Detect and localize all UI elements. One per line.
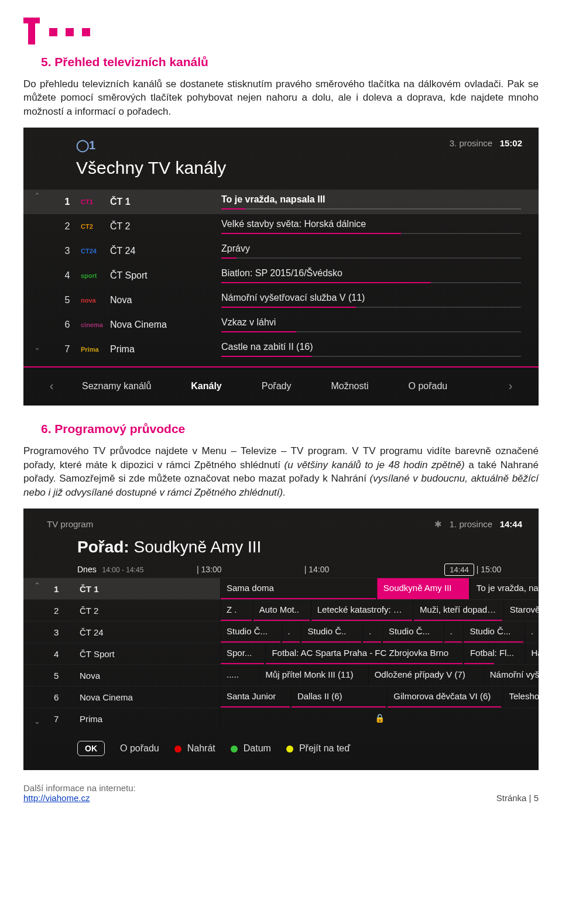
channel-row[interactable]: 4sportČT SportBiatlon: SP 2015/16/Švédsk… [23, 263, 539, 288]
tab-seznamy-kanalu[interactable]: Seznamy kanálů [62, 381, 171, 391]
epg-program-cell[interactable]: Auto Mot.. [253, 600, 310, 621]
timeline-day-range: 14:00 - 14:45 [102, 566, 144, 574]
channel-name: Nova Cinema [110, 320, 221, 330]
channel-list: ⌃ ⌄ 1CT1ČT 1To je vražda, napsala III2CT… [23, 190, 539, 362]
channel-number: 3 [54, 246, 81, 256]
epg-program-cell[interactable]: ..... [220, 665, 258, 686]
epg-program-cell[interactable]: . [525, 621, 539, 643]
channel-number: 6 [54, 320, 81, 330]
epg-row[interactable]: 2ČT 2Z .Auto Mot..Letecké katastrofy: Sm… [23, 599, 539, 621]
channel-name: ČT 24 [110, 246, 221, 256]
epg-program-cell[interactable]: Santa Junior [220, 686, 290, 707]
tv2-time: 14:44 [500, 519, 522, 529]
tv2-breadcrumb: TV program [47, 519, 93, 530]
epg-program-cell[interactable]: To je vražda, napsal.. [470, 578, 539, 599]
footer-link[interactable]: http://viahome.cz [23, 793, 90, 803]
epg-scroll-up-icon[interactable]: ⌃ [34, 581, 40, 590]
action-nahrat[interactable]: Nahrát [174, 743, 215, 754]
current-program: To je vražda, napsala III [221, 194, 539, 209]
tab-moznosti[interactable]: Možnosti [311, 381, 388, 391]
channel-row[interactable]: 1CT1ČT 1To je vražda, napsala III [23, 190, 539, 214]
tv2-date: 1. prosince [450, 519, 492, 529]
ok-button[interactable]: OK [77, 741, 105, 756]
channel-row[interactable]: 3CT24ČT 24Zprávy [23, 239, 539, 263]
lock-icon: 🔒 [220, 708, 539, 729]
epg-channel-label: 4ČT Sport [23, 643, 220, 664]
tv1-tabs: ‹ Seznamy kanálů Kanály Pořady Možnosti … [23, 366, 539, 406]
channel-number: 5 [54, 295, 81, 305]
epg-row[interactable]: 5Nova.....Můj přítel Monk III (11)Odlože… [23, 664, 539, 686]
channel-number: 1 [54, 197, 81, 207]
scroll-down-icon[interactable]: ⌄ [34, 343, 40, 352]
epg-program-cell[interactable]: . [282, 621, 300, 643]
channel-name: ČT 2 [110, 221, 221, 232]
action-o-poradu[interactable]: O pořadu [120, 743, 159, 754]
epg-channel-label: 7Prima [23, 708, 220, 729]
action-prejit-ted[interactable]: Přejít na teď [286, 743, 350, 754]
epg-program-cell[interactable]: Námořní vyšetřovací slu [484, 665, 539, 686]
tab-porady[interactable]: Pořady [242, 381, 311, 391]
channel-name: Nova [110, 295, 221, 305]
epg-program-cell[interactable]: Fotbal: Fl... [464, 643, 524, 664]
epg-timeline-header: Dnes 14:00 - 14:45 | 13:00 | 14:00 14:44… [23, 559, 539, 578]
channel-logo: CT1 [81, 198, 110, 205]
epg-program-cell[interactable]: Můj přítel Monk III (11) [259, 665, 367, 686]
channel-row[interactable]: 5novaNovaNámořní vyšetřovací služba V (1… [23, 288, 539, 312]
channel-logo: CT2 [81, 223, 110, 230]
tabs-right-arrow-icon[interactable]: › [500, 379, 521, 393]
channel-logo: Prima [81, 346, 110, 353]
action-datum[interactable]: Datum [231, 743, 271, 754]
svg-rect-1 [23, 18, 40, 23]
epg-program-cell[interactable]: . [362, 621, 381, 643]
tabs-left-arrow-icon[interactable]: ‹ [41, 379, 62, 393]
epg-program-cell[interactable]: Fotbal: AC Sparta Praha - FC Zbrojovka B… [265, 643, 462, 664]
epg-channel-label: 2ČT 2 [23, 600, 220, 621]
tv-channel-list-screenshot: ◯1 3. prosince 15:02 Všechny TV kanály ⌃… [23, 128, 539, 406]
epg-program-cell[interactable]: Odložené případy V (7) [368, 665, 482, 686]
channel-row[interactable]: 7PrimaPrimaCastle na zabití II (16) [23, 337, 539, 362]
epg-row[interactable]: 3ČT 24Studio Č....Studio Č...Studio Č...… [23, 621, 539, 643]
epg-program-cell[interactable]: Studio Č.. [301, 621, 361, 643]
svg-rect-4 [82, 28, 90, 36]
epg-channel-label: 1ČT 1 [23, 578, 220, 599]
epg-grid: ⌃ ⌄ 1ČT 1Sama domaSoudkyně Amy IIITo je … [23, 578, 539, 729]
tv2-title: Pořad: Soudkyně Amy III [23, 533, 539, 559]
epg-row[interactable]: 6Nova CinemaSanta JuniorDallas II (6)Gil… [23, 686, 539, 707]
tab-kanaly[interactable]: Kanály [171, 381, 241, 391]
section-5-heading: 5. Přehled televizních kanálů [41, 55, 539, 69]
channel-row[interactable]: 2CT2ČT 2Velké stavby světa: Horská dálni… [23, 214, 539, 239]
epg-row[interactable]: 1ČT 1Sama domaSoudkyně Amy IIITo je vraž… [23, 578, 539, 599]
epg-program-cell[interactable]: Letecké katastrofy: Smrtíc... [311, 600, 412, 621]
epg-program-cell[interactable]: Sama doma [220, 578, 376, 599]
channel-number: 4 [54, 270, 81, 281]
epg-program-cell[interactable]: Studio Č... [463, 621, 523, 643]
epg-program-cell[interactable]: Studio Č... [220, 621, 280, 643]
tab-o-poradu[interactable]: O pořadu [389, 381, 468, 391]
channel-name: ČT 1 [110, 197, 221, 207]
epg-program-cell[interactable]: Gilmorova děvčata VI (6) [387, 686, 501, 707]
channel-logo: nova [81, 297, 110, 304]
timeline-day-label: Dnes [77, 565, 97, 574]
scroll-up-icon[interactable]: ⌃ [34, 191, 40, 200]
current-program: Zprávy [221, 243, 539, 259]
epg-program-cell[interactable]: Dallas II (6) [291, 686, 386, 707]
epg-program-cell[interactable]: Teleshop.. [502, 686, 539, 707]
epg-program-cell[interactable]: Studio Č... [382, 621, 443, 643]
current-program: Biatlon: SP 2015/16/Švédsko [221, 268, 539, 283]
epg-row[interactable]: 4ČT SportSpor...Fotbal: AC Sparta Praha … [23, 643, 539, 664]
channel-logo: cinema [81, 321, 110, 328]
epg-program-cell[interactable]: Havajský [525, 643, 539, 664]
epg-program-cell[interactable]: Spor... [220, 643, 264, 664]
loading-spinner-icon: ✱ [434, 519, 442, 529]
channel-logo: sport [81, 272, 110, 279]
epg-program-cell[interactable]: Starověký Řím: Vz [503, 600, 539, 621]
epg-program-cell[interactable]: Soudkyně Amy III [377, 578, 469, 599]
epg-program-cell[interactable]: . [444, 621, 462, 643]
epg-row[interactable]: 7Prima🔒 [23, 707, 539, 729]
epg-program-cell[interactable]: Z . [220, 600, 252, 621]
channel-row[interactable]: 6cinemaNova CinemaVzkaz v láhvi [23, 312, 539, 337]
t-mobile-logo [23, 18, 539, 44]
epg-program-cell[interactable]: Muži, kteří dopadli B... [413, 600, 502, 621]
epg-channel-label: 3ČT 24 [23, 621, 220, 643]
epg-scroll-down-icon[interactable]: ⌄ [34, 717, 40, 726]
